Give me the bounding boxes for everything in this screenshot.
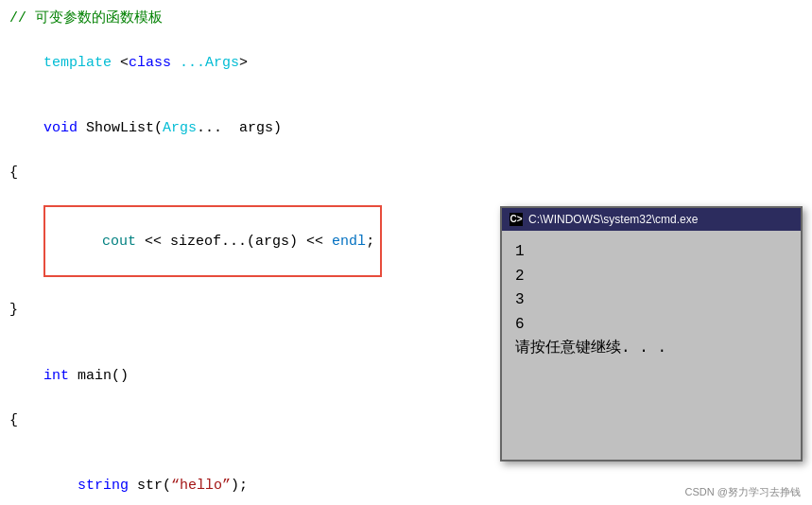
code-line-brace1: { (9, 162, 803, 183)
cmd-title: C:\WINDOWS\system32\cmd.exe (528, 213, 698, 226)
cout-highlight-box: cout << sizeof...(args) << endl; (43, 205, 382, 277)
cmd-output-4: 6 (515, 313, 787, 338)
cmd-titlebar: C> C:\WINDOWS\system32\cmd.exe (502, 208, 801, 231)
cmd-output-1: 1 (515, 240, 787, 265)
cmd-output-3: 3 (515, 288, 787, 313)
cmd-output-2: 2 (515, 265, 787, 289)
cmd-output-press-key: 请按任意键继续. . . (515, 337, 787, 361)
code-line-comment: // 可变参数的函数模板 (9, 8, 803, 29)
watermark: CSDN @努力学习去挣钱 (685, 485, 801, 499)
cmd-window: C> C:\WINDOWS\system32\cmd.exe 1 2 3 6 请… (500, 206, 803, 461)
code-line-template: template <class ...Args> (9, 29, 803, 96)
cmd-body: 1 2 3 6 请按任意键继续. . . (502, 231, 801, 460)
code-line-func-decl: void ShowList(Args... args) (9, 96, 803, 162)
template-keyword: template (43, 55, 112, 71)
cmd-icon: C> (510, 213, 523, 226)
